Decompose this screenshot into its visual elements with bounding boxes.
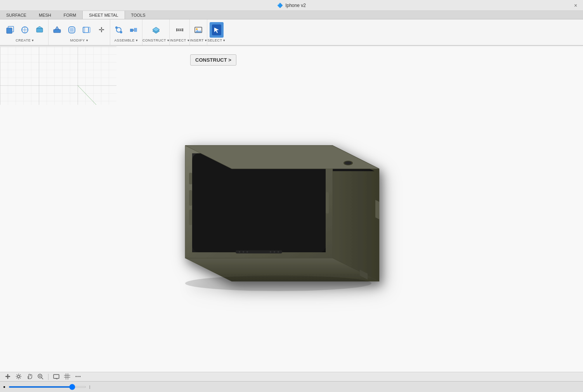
svg-point-14 <box>115 26 118 29</box>
tab-tools[interactable]: TOOLS <box>125 11 152 19</box>
svg-point-66 <box>17 375 20 378</box>
toolbar-group-inspect: INSPECT ▾ <box>170 19 190 45</box>
svg-rect-5 <box>36 28 43 32</box>
svg-point-53 <box>239 251 240 253</box>
status-options-button[interactable] <box>73 373 83 381</box>
tab-surface[interactable]: SURFACE <box>0 11 33 19</box>
title-bar: 🔷 Iphone v2 × <box>0 0 583 11</box>
new-component-icon <box>5 25 15 35</box>
insert-group-label[interactable]: INSERT ▾ <box>190 38 207 42</box>
viewport[interactable]: CONSTRUCT > <box>0 47 583 381</box>
svg-marker-8 <box>55 26 59 29</box>
svg-point-56 <box>270 251 271 253</box>
svg-rect-17 <box>134 28 137 32</box>
svg-point-79 <box>80 376 81 377</box>
tab-mesh[interactable]: MESH <box>33 11 57 19</box>
svg-rect-31 <box>0 47 116 105</box>
title-text: Iphone v2 <box>285 3 306 8</box>
toolbar-group-modify: ✛ MODIFY ▾ <box>49 19 110 45</box>
status-bar <box>0 372 583 381</box>
svg-line-68 <box>42 378 43 379</box>
timeline-marker: | <box>89 385 90 389</box>
toolbar-group-construct: CONSTRUCT ▾ <box>142 19 170 45</box>
modify-group-label[interactable]: MODIFY ▾ <box>70 38 88 42</box>
svg-point-27 <box>196 28 198 30</box>
offset-plane-icon <box>151 25 161 35</box>
svg-point-57 <box>274 251 275 253</box>
timeline-range[interactable] <box>9 386 86 388</box>
status-zoom-tool[interactable] <box>36 373 45 381</box>
construct-group-label[interactable]: CONSTRUCT ▾ <box>142 38 169 42</box>
title-icon: 🔷 <box>277 3 283 8</box>
svg-rect-71 <box>54 375 59 378</box>
rigid-group-icon <box>129 25 138 35</box>
press-pull-icon <box>52 25 62 35</box>
svg-rect-51 <box>326 192 329 213</box>
phone-model <box>146 107 410 302</box>
sketch-icon <box>20 25 29 35</box>
joint-icon <box>114 25 123 35</box>
insert-image-button[interactable] <box>191 22 205 38</box>
status-hand-tool[interactable] <box>25 373 34 381</box>
status-grid-toggle[interactable] <box>62 373 72 381</box>
select-group-label[interactable]: SELECT ▾ <box>207 38 225 42</box>
svg-marker-28 <box>195 30 202 33</box>
grid-background <box>0 47 116 105</box>
create-new-component-button[interactable] <box>3 22 17 38</box>
modify-move-button[interactable]: ✛ <box>94 22 108 38</box>
toolbar-group-select: SELECT ▾ <box>207 19 225 45</box>
status-display-toggle[interactable] <box>52 373 61 381</box>
svg-point-64 <box>185 276 371 291</box>
measure-icon <box>175 25 184 35</box>
toolbar-group-insert: INSERT ▾ <box>190 19 207 45</box>
svg-rect-49 <box>189 190 192 206</box>
svg-point-77 <box>76 376 77 377</box>
tab-form[interactable]: FORM <box>57 11 82 19</box>
create-sketch-button[interactable] <box>18 22 32 38</box>
status-move-tool[interactable] <box>3 373 12 381</box>
svg-marker-62 <box>375 200 379 219</box>
toolbar-group-assemble: ASSEMBLE ▾ <box>110 19 142 45</box>
menu-tabs: SURFACE MESH FORM SHEET METAL TOOLS <box>0 11 583 19</box>
timeline: ● | <box>0 381 583 392</box>
svg-point-55 <box>246 251 248 253</box>
inspect-group-label[interactable]: INSPECT ▾ <box>170 38 189 42</box>
svg-rect-21 <box>177 29 183 31</box>
svg-rect-12 <box>85 27 90 33</box>
toolbar-group-create: CREATE ▾ <box>2 19 49 45</box>
assemble-joint-button[interactable] <box>112 22 126 38</box>
status-settings-tool[interactable] <box>14 373 23 381</box>
select-tool-button[interactable] <box>210 22 224 38</box>
close-button[interactable]: × <box>573 3 578 8</box>
svg-point-78 <box>78 376 79 377</box>
modify-fillet-button[interactable] <box>65 22 79 38</box>
svg-point-54 <box>243 251 244 253</box>
assemble-group-label[interactable]: ASSEMBLE ▾ <box>114 38 138 42</box>
svg-rect-0 <box>7 28 12 33</box>
svg-rect-48 <box>189 173 192 184</box>
toolbar: CREATE ▾ <box>0 19 583 46</box>
svg-rect-10 <box>70 28 74 32</box>
create-group-label[interactable]: CREATE ▾ <box>16 38 34 42</box>
svg-rect-11 <box>83 27 88 33</box>
shell-icon <box>82 25 91 35</box>
svg-rect-16 <box>130 29 133 32</box>
timeline-play-icon[interactable]: ● <box>3 385 5 389</box>
modify-shell-button[interactable] <box>80 22 94 38</box>
inspect-measure-button[interactable] <box>173 22 187 38</box>
assemble-rigid-button[interactable] <box>127 22 141 38</box>
svg-rect-7 <box>54 29 61 33</box>
create-cut-button[interactable] <box>33 22 47 38</box>
svg-marker-6 <box>36 26 43 28</box>
tab-sheet-metal[interactable]: SHEET METAL <box>82 11 125 19</box>
svg-marker-29 <box>214 28 219 33</box>
window-title: 🔷 Iphone v2 <box>277 3 306 8</box>
modify-press-pull-button[interactable] <box>50 22 64 38</box>
svg-rect-50 <box>189 210 192 225</box>
fillet-icon <box>67 25 76 35</box>
construct-indicator-text: CONSTRUCT > <box>195 57 231 63</box>
construct-offset-plane-button[interactable] <box>149 22 163 38</box>
divider <box>48 374 49 380</box>
svg-line-18 <box>133 30 134 30</box>
svg-marker-65 <box>5 374 10 379</box>
